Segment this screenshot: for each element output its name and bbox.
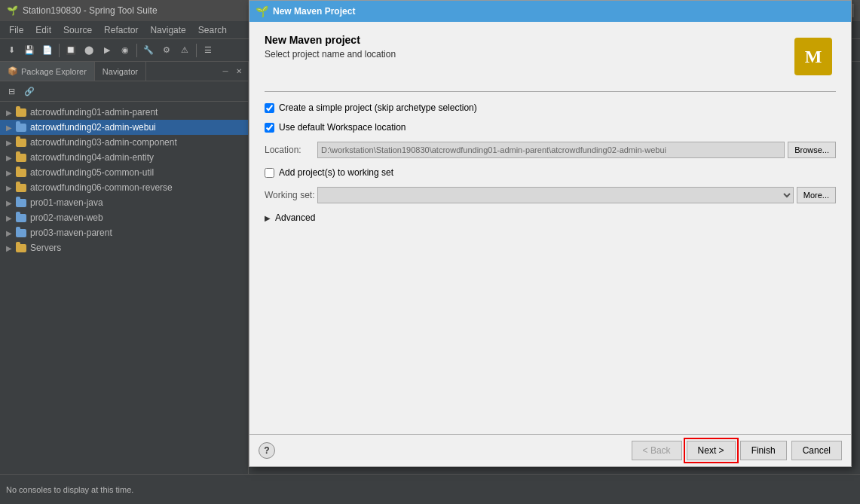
new-maven-project-dialog: 🌱 New Maven Project New Maven project Se… [249,0,852,467]
tree-item-6[interactable]: ▶ pro01-maven-java [0,195,248,210]
sidebar: 📦 Package Explorer Navigator ─ ✕ ⊟ 🔗 ▶ a… [0,62,249,474]
folder-icon-9 [15,242,27,254]
sidebar-close-btn[interactable]: ✕ [233,66,245,78]
tree-label-2: atcrowdfunding03-admin-component [30,137,177,148]
next-button[interactable]: Next > [687,441,736,460]
menu-source[interactable]: Source [57,23,98,37]
tree-arrow-8: ▶ [6,229,15,237]
tree-arrow-9: ▶ [6,244,15,252]
location-row: Location: Browse... [265,142,836,158]
tree-arrow-6: ▶ [6,199,15,207]
tree-item-1[interactable]: ▶ atcrowdfunding02-admin-webui [0,120,248,135]
sidebar-toolbar: ⊟ 🔗 [0,81,248,102]
menu-navigate[interactable]: Navigate [144,23,191,37]
sidebar-tab-navigator[interactable]: Navigator [95,62,146,81]
working-set-combo[interactable] [317,187,794,203]
add-working-set-label[interactable]: Add project(s) to working set [265,167,393,178]
navigator-label: Navigator [103,67,138,76]
maven-logo: M [794,38,832,75]
tree-item-0[interactable]: ▶ atcrowdfunding01-admin-parent [0,105,248,120]
more-button[interactable]: More... [797,187,836,203]
back-button[interactable]: < Back [632,441,682,460]
tree-arrow-4: ▶ [6,169,15,177]
simple-project-row: Create a simple project (skip archetype … [265,102,836,113]
tree-item-2[interactable]: ▶ atcrowdfunding03-admin-component [0,135,248,150]
toolbar-btn-1[interactable]: ⬇ [3,42,20,59]
finish-button[interactable]: Finish [740,441,787,460]
menu-edit[interactable]: Edit [29,23,57,37]
modal-title-icon: 🌱 [256,5,268,17]
tree-item-5[interactable]: ▶ atcrowdfunding06-common-reverse [0,180,248,195]
add-working-set-checkbox[interactable] [265,168,274,178]
toolbar-btn-3[interactable]: 📄 [39,42,56,59]
toolbar-separator-3 [196,44,197,57]
toolbar-btn-10[interactable]: ⚠ [176,42,193,59]
link-with-editor-btn[interactable]: 🔗 [21,83,38,99]
toolbar-btn-4[interactable]: 🔲 [63,42,79,59]
tree-item-9[interactable]: ▶ Servers [0,240,248,255]
tree-label-1: atcrowdfunding02-admin-webui [30,122,156,133]
folder-icon-4 [15,166,27,179]
folder-icon-0 [15,106,27,118]
menu-refactor[interactable]: Refactor [98,23,144,37]
toolbar-btn-7[interactable]: ◉ [117,42,133,59]
tree-arrow-3: ▶ [6,154,15,162]
tree-item-4[interactable]: ▶ atcrowdfunding05-common-util [0,165,248,180]
tree-label-4: atcrowdfunding05-common-util [30,167,154,178]
tree-arrow-5: ▶ [6,184,15,192]
tree-item-7[interactable]: ▶ pro02-maven-web [0,210,248,225]
tree-label-6: pro01-maven-java [30,197,103,208]
next-btn-wrapper: Next > [687,441,736,460]
toolbar-btn-11[interactable]: ☰ [200,42,216,59]
advanced-section[interactable]: ▶ Advanced [265,209,836,226]
tree-label-5: atcrowdfunding06-common-reverse [30,182,173,193]
cancel-button[interactable]: Cancel [791,441,842,460]
modal-title-bar: 🌱 New Maven Project [249,1,851,22]
toolbar-btn-9[interactable]: ⚙ [158,42,175,59]
tree-label-9: Servers [30,243,61,253]
app-icon: 🌱 [6,5,18,17]
default-workspace-checkbox[interactable] [265,123,274,133]
simple-project-label[interactable]: Create a simple project (skip archetype … [265,102,477,113]
sidebar-minimize-btn[interactable]: ─ [219,66,231,78]
default-workspace-text: Use default Workspace location [279,122,406,133]
toolbar-btn-2[interactable]: 💾 [21,42,38,59]
bottom-bar: No consoles to display at this time. [0,474,860,504]
toolbar-btn-8[interactable]: 🔧 [140,42,157,59]
toolbar-btn-5[interactable]: ⬤ [81,42,97,59]
sidebar-tab-bar: 📦 Package Explorer Navigator ─ ✕ [0,62,248,81]
tree-item-8[interactable]: ▶ pro03-maven-parent [0,225,248,240]
add-working-set-text: Add project(s) to working set [279,167,393,178]
simple-project-checkbox[interactable] [265,103,274,113]
simple-project-text: Create a simple project (skip archetype … [279,102,477,113]
tree-arrow-0: ▶ [6,108,15,117]
tree-label-7: pro02-maven-web [30,212,103,223]
default-workspace-label[interactable]: Use default Workspace location [265,122,406,133]
modal-footer: ? < Back Next > Finish Cancel [249,434,851,466]
sidebar-tab-actions: ─ ✕ [219,66,248,78]
advanced-arrow-icon: ▶ [265,214,271,222]
pkg-folder-icon-1 [15,121,27,133]
modal-main-title: New Maven project [265,34,783,46]
sidebar-tab-package-explorer[interactable]: 📦 Package Explorer [0,62,95,81]
modal-header-section: New Maven project Select project name an… [265,34,836,79]
modal-body: New Maven project Select project name an… [249,22,851,434]
folder-icon-2 [15,136,27,148]
tree-arrow-1: ▶ [6,124,15,132]
menu-file[interactable]: File [3,23,29,37]
working-set-label: Working set: [265,190,317,200]
working-set-row: Working set: More... [265,187,836,203]
tree-item-3[interactable]: ▶ atcrowdfunding04-admin-entity [0,150,248,165]
default-workspace-row: Use default Workspace location [265,122,836,133]
collapse-all-btn[interactable]: ⊟ [3,83,20,99]
header-separator [265,91,836,92]
package-explorer-icon: 📦 [8,66,18,76]
console-text: No consoles to display at this time. [6,485,133,494]
help-button[interactable]: ? [259,442,275,459]
browse-button[interactable]: Browse... [788,142,836,158]
toolbar-separator-1 [59,44,60,57]
toolbar-btn-6[interactable]: ▶ [99,42,115,59]
menu-search[interactable]: Search [192,23,233,37]
modal-subtitle: Select project name and location [265,49,783,60]
location-input[interactable] [317,142,785,158]
